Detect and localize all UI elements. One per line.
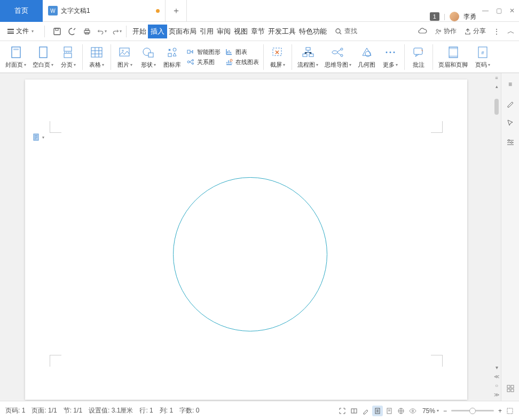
more-button[interactable]: 更多▾: [379, 42, 402, 72]
share-button[interactable]: 分享: [464, 27, 486, 36]
status-page-number[interactable]: 页码: 1: [5, 406, 25, 415]
tab-chapter[interactable]: 章节: [249, 24, 266, 39]
next-page-icon[interactable]: ≫: [494, 392, 499, 398]
status-word-count[interactable]: 字数: 0: [179, 406, 199, 415]
outline-view-icon[interactable]: [384, 406, 395, 416]
page-break-icon: [61, 45, 75, 59]
cover-page-button[interactable]: 封面页▾: [2, 42, 29, 72]
document-tab[interactable]: W 文字文稿1: [43, 0, 166, 22]
margin-corner-icon: [431, 355, 443, 367]
status-col[interactable]: 列: 1: [160, 406, 173, 415]
zoom-out-button[interactable]: −: [443, 407, 447, 415]
chart-button[interactable]: 图表: [225, 47, 259, 56]
fit-page-icon[interactable]: [506, 407, 514, 415]
icon-library-button[interactable]: 图标库: [160, 42, 184, 72]
shape-button[interactable]: 形状▾: [137, 42, 160, 72]
reading-view-icon[interactable]: [349, 406, 359, 416]
scroll-thumb[interactable]: [494, 99, 499, 115]
ruler-toggle-icon[interactable]: ≡: [495, 75, 498, 81]
write-view-icon[interactable]: [360, 406, 371, 416]
save-icon[interactable]: [52, 27, 62, 36]
svg-rect-17: [148, 53, 153, 57]
page-break-button[interactable]: 分页▾: [57, 42, 80, 72]
pencil-tool-icon[interactable]: [506, 99, 515, 108]
scroll-down-icon[interactable]: ▾: [496, 364, 498, 370]
username[interactable]: 李勇: [463, 12, 476, 21]
print-preview-icon[interactable]: [67, 27, 77, 36]
tab-review[interactable]: 审阅: [215, 24, 232, 39]
tab-devtools[interactable]: 开发工具: [266, 24, 297, 39]
status-section[interactable]: 节: 1/1: [64, 406, 82, 415]
fullscreen-icon[interactable]: [337, 406, 348, 416]
collapse-ribbon-icon[interactable]: ︿: [507, 27, 515, 36]
blank-page-button[interactable]: 空白页▾: [29, 42, 57, 72]
tab-page-layout[interactable]: 页面布局: [167, 24, 198, 39]
grid-view-icon[interactable]: [506, 384, 515, 393]
new-tab-button[interactable]: ＋: [166, 0, 187, 21]
online-chart-button[interactable]: 在线图表: [225, 58, 259, 66]
status-set-value[interactable]: 设置值: 3.1厘米: [89, 406, 133, 415]
flowchart-button[interactable]: 流程图▾: [294, 42, 321, 72]
svg-point-5: [336, 29, 340, 33]
cloud-sync-icon[interactable]: [418, 28, 427, 35]
tab-special[interactable]: 特色功能: [297, 24, 328, 39]
circle-shape[interactable]: [173, 177, 327, 331]
eye-protection-icon[interactable]: [407, 406, 418, 416]
svg-rect-10: [40, 47, 47, 58]
chart-icon: [225, 47, 233, 56]
geometry-button[interactable]: 几何图: [355, 42, 379, 72]
canvas-area[interactable]: ▾: [0, 73, 492, 401]
svg-rect-3: [85, 29, 89, 30]
search-button[interactable]: 查找: [335, 27, 357, 36]
tab-reference[interactable]: 引用: [198, 24, 215, 39]
svg-point-7: [439, 30, 441, 31]
zoom-level[interactable]: 75%▾: [422, 407, 439, 415]
smart-shape-button[interactable]: 智能图形: [186, 47, 221, 56]
redo-icon[interactable]: ▾: [112, 27, 122, 36]
zoom-in-button[interactable]: +: [498, 407, 502, 415]
scroll-up-icon[interactable]: ▴: [496, 84, 498, 89]
tab-view[interactable]: 视图: [232, 24, 249, 39]
page-tool-button[interactable]: ▾: [33, 133, 44, 141]
page-view-icon[interactable]: [372, 406, 383, 416]
expand-panel-icon[interactable]: ≡: [506, 80, 515, 89]
select-tool-icon[interactable]: [506, 118, 515, 128]
vertical-scrollbar[interactable]: ≡ ▴ ▾ ≪ ○ ≫: [492, 73, 501, 401]
icon-library-icon: [166, 45, 179, 59]
svg-rect-13: [91, 47, 102, 57]
tab-insert[interactable]: 插入: [148, 25, 167, 38]
page-number-button[interactable]: # 页码▾: [471, 42, 494, 72]
statusbar: 页码: 1 页面: 1/1 节: 1/1 设置值: 3.1厘米 行: 1 列: …: [0, 401, 519, 420]
menubar: 文件 ▾ ▾ ▾ 开始 插入 页面布局 引用 审阅 视图 章节 开发工具 特色功…: [0, 22, 519, 41]
relation-diagram-button[interactable]: 关系图: [186, 58, 221, 66]
home-tab[interactable]: 首页: [0, 0, 43, 22]
svg-rect-48: [511, 389, 514, 392]
avatar[interactable]: [450, 12, 459, 21]
undo-icon[interactable]: ▾: [97, 27, 107, 36]
document-page[interactable]: ▾: [25, 80, 467, 400]
file-menu[interactable]: 文件 ▾: [4, 25, 37, 37]
table-button[interactable]: 表格▾: [85, 42, 108, 72]
notification-badge[interactable]: 1: [430, 12, 439, 21]
picture-button[interactable]: 图片▾: [113, 42, 137, 72]
close-button[interactable]: ✕: [509, 7, 515, 14]
print-icon[interactable]: [82, 27, 92, 36]
tab-start[interactable]: 开始: [131, 24, 148, 39]
zoom-slider[interactable]: [451, 410, 494, 411]
status-row[interactable]: 行: 1: [139, 406, 153, 415]
svg-rect-20: [187, 50, 190, 53]
collab-button[interactable]: 协作: [435, 27, 457, 36]
status-page[interactable]: 页面: 1/1: [32, 406, 57, 415]
object-browse-icon[interactable]: ○: [495, 383, 498, 389]
minimize-button[interactable]: —: [482, 7, 489, 14]
more-menu-icon[interactable]: ⋮: [493, 28, 500, 35]
mindmap-button[interactable]: 思维导图▾: [321, 42, 355, 72]
web-view-icon[interactable]: [396, 406, 406, 416]
comment-button[interactable]: 批注: [407, 42, 430, 72]
screenshot-button[interactable]: 截屏▾: [266, 42, 289, 72]
header-footer-button[interactable]: 页眉和页脚: [435, 42, 471, 72]
maximize-button[interactable]: ▢: [496, 7, 502, 14]
prev-page-icon[interactable]: ≪: [494, 374, 499, 379]
settings-tool-icon[interactable]: [506, 137, 515, 147]
page-tool-icon: [33, 133, 40, 141]
